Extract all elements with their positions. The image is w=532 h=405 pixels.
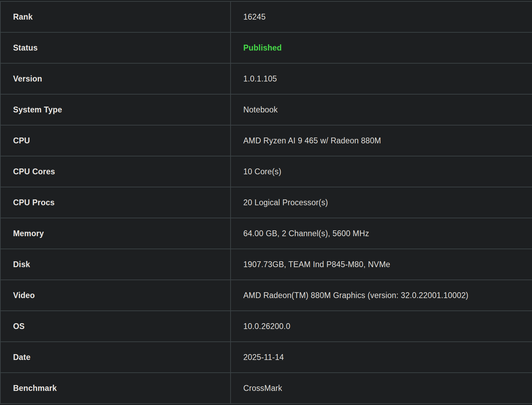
table-row-system-type: System Type Notebook (0, 94, 532, 125)
table-row-memory: Memory 64.00 GB, 2 Channel(s), 5600 MHz (0, 218, 532, 249)
table-row-date: Date 2025-11-14 (0, 342, 532, 373)
row-value-cpu-procs: 20 Logical Processor(s) (231, 187, 532, 218)
row-label-cpu-procs: CPU Procs (0, 187, 231, 218)
row-label-cpu: CPU (0, 125, 231, 156)
row-label-memory: Memory (0, 218, 231, 249)
row-label-benchmark: Benchmark (0, 373, 231, 404)
row-label-os: OS (0, 311, 231, 342)
row-value-version: 1.0.1.105 (231, 63, 532, 94)
table-row-cpu-cores: CPU Cores 10 Core(s) (0, 156, 532, 187)
row-label-disk: Disk (0, 249, 231, 280)
table-row-status: Status Published (0, 32, 532, 63)
row-label-system-type: System Type (0, 94, 231, 125)
row-label-version: Version (0, 63, 231, 94)
row-label-cpu-cores: CPU Cores (0, 156, 231, 187)
row-label-rank: Rank (0, 1, 231, 32)
table-row-cpu: CPU AMD Ryzen AI 9 465 w/ Radeon 880M (0, 125, 532, 156)
table-row-rank: Rank 16245 (0, 1, 532, 32)
row-value-memory: 64.00 GB, 2 Channel(s), 5600 MHz (231, 218, 532, 249)
table-row-version: Version 1.0.1.105 (0, 63, 532, 94)
table-row-os: OS 10.0.26200.0 (0, 311, 532, 342)
table-row-cpu-procs: CPU Procs 20 Logical Processor(s) (0, 187, 532, 218)
row-value-cpu: AMD Ryzen AI 9 465 w/ Radeon 880M (231, 125, 532, 156)
row-value-date: 2025-11-14 (231, 342, 532, 373)
row-value-rank: 16245 (231, 1, 532, 32)
row-label-date: Date (0, 342, 231, 373)
status-badge: Published (231, 32, 532, 63)
row-value-disk: 1907.73GB, TEAM Ind P845-M80, NVMe (231, 249, 532, 280)
system-info-table: Rank 16245 Status Published Version 1.0.… (0, 1, 532, 404)
table-row-video: Video AMD Radeon(TM) 880M Graphics (vers… (0, 280, 532, 311)
row-value-video: AMD Radeon(TM) 880M Graphics (version: 3… (231, 280, 532, 311)
row-value-cpu-cores: 10 Core(s) (231, 156, 532, 187)
row-value-benchmark: CrossMark (231, 373, 532, 404)
row-label-video: Video (0, 280, 231, 311)
row-value-system-type: Notebook (231, 94, 532, 125)
table-row-benchmark: Benchmark CrossMark (0, 373, 532, 404)
row-label-status: Status (0, 32, 231, 63)
row-value-os: 10.0.26200.0 (231, 311, 532, 342)
table-row-disk: Disk 1907.73GB, TEAM Ind P845-M80, NVMe (0, 249, 532, 280)
